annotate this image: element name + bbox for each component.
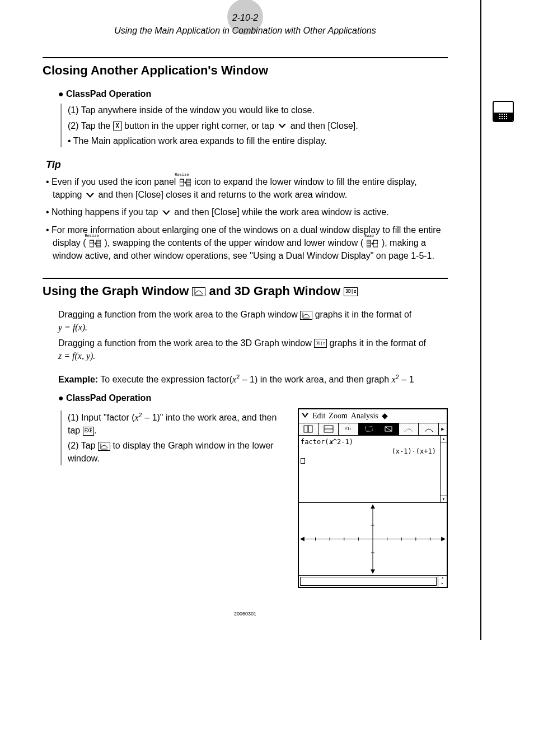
side-calculator-icon [493, 101, 514, 122]
svg-rect-29 [308, 426, 312, 432]
classpad-operation-heading: ClassPad Operation [58, 87, 448, 100]
operation-steps-2: (1) Input "factor (x2 – 1)" into the wor… [60, 410, 291, 465]
menu-more-arrow[interactable]: ◆ [382, 410, 388, 422]
graph-3d-window-icon: 3D|z [344, 287, 358, 296]
vee-menu-icon[interactable] [301, 410, 309, 422]
calculator-screenshot: Edit Zoom Analysis ◆ Y1: ▶ factor(x^2- [298, 408, 448, 588]
section-rule-thick [43, 278, 448, 279]
toolbar-button-5-selected[interactable] [379, 423, 399, 435]
close-x-icon: X [113, 122, 122, 130]
page-right-rule [480, 0, 481, 640]
section2-title: Using the Graph Window and 3D Graph Wind… [43, 282, 448, 300]
example-line: Example: To execute the expression facto… [58, 372, 448, 386]
work-result-line: (x-1)·(x+1) [301, 447, 445, 456]
svg-marker-8 [162, 211, 170, 215]
svg-rect-2 [180, 179, 184, 182]
svg-marker-38 [371, 504, 375, 508]
graph-window-icon [300, 311, 312, 320]
tip-3: For more information about enlarging one… [46, 223, 448, 263]
tip-list: Even if you used the icon panel Resize i… [43, 175, 448, 262]
screenshot-menubar: Edit Zoom Analysis ◆ [299, 409, 447, 423]
toolbar-button-4-selected[interactable] [359, 423, 379, 435]
graph-window-icon [98, 442, 110, 451]
screenshot-toolbar: Y1: ▶ [299, 423, 447, 436]
step2-1: (1) Input "factor (x2 – 1)" into the wor… [68, 410, 291, 437]
page-subtitle: Using the Main Application in Combinatio… [43, 24, 448, 37]
svg-text:Y1:: Y1: [345, 427, 352, 431]
step2-2: (2) Tap to display the Graph window in t… [68, 439, 291, 465]
scroll-up-icon[interactable]: ▴ [441, 436, 447, 442]
toolbar-button-3[interactable]: Y1: [339, 423, 359, 435]
resize-icon: Resize [88, 239, 102, 248]
screenshot-workarea[interactable]: factor(x^2-1) (x-1)·(x+1) ▴ ▾ [299, 436, 447, 503]
vee-menu-icon [277, 122, 288, 130]
section2-para2: Dragging a function from the work area t… [58, 337, 448, 362]
swap-icon: Swap [366, 239, 379, 248]
toolbar-button-6[interactable] [399, 423, 419, 435]
work-cursor-line [301, 457, 445, 466]
toolbar-button-1[interactable] [299, 423, 319, 435]
status-indicators: ◂▸ [438, 576, 447, 587]
svg-marker-40 [300, 536, 305, 541]
section-rule-thick [43, 57, 448, 58]
vee-menu-icon [161, 208, 172, 217]
vee-menu-icon [85, 191, 96, 200]
toolbar-button-2[interactable] [319, 423, 339, 435]
tip-heading: Tip [46, 157, 448, 172]
screenshot-statusbar: ◂▸ [299, 576, 447, 587]
svg-rect-33 [366, 427, 372, 431]
tip-2: Nothing happens if you tap and then [Clo… [46, 206, 448, 218]
toolbar-more-arrow[interactable]: ▶ [439, 423, 447, 435]
svg-marker-7 [86, 193, 94, 198]
menu-edit[interactable]: Edit [312, 410, 325, 422]
classpad-operation-heading-2: ClassPad Operation [58, 391, 448, 404]
resize-icon: Resize [179, 178, 192, 187]
screenshot-graph-area[interactable] [299, 503, 447, 576]
step-2-note: • The Main application work area expands… [68, 134, 448, 147]
svg-line-35 [385, 427, 392, 431]
toolbar-button-7[interactable] [419, 423, 439, 435]
svg-rect-28 [304, 426, 308, 432]
workarea-scrollbar[interactable]: ▴ ▾ [440, 436, 447, 502]
menu-zoom[interactable]: Zoom [329, 410, 347, 422]
svg-rect-9 [90, 240, 93, 247]
svg-marker-27 [302, 413, 308, 418]
svg-rect-20 [373, 240, 378, 244]
svg-rect-1 [180, 179, 184, 186]
menu-analysis[interactable]: Analysis [351, 410, 378, 422]
page-reference: 2-10-2 [43, 11, 448, 24]
graph-3d-window-icon: 3D|z [314, 339, 327, 348]
svg-marker-0 [278, 124, 286, 128]
tip-1: Even if you used the icon panel Resize i… [46, 175, 448, 201]
section2-para1: Dragging a function from the work area t… [58, 308, 448, 334]
svg-marker-41 [441, 536, 446, 541]
step-1: (1) Tap anywhere inside of the window yo… [68, 104, 448, 116]
svg-marker-39 [371, 570, 375, 574]
svg-rect-10 [90, 240, 93, 243]
step-2: (2) Tap the X button in the upper right … [68, 119, 448, 132]
graph-window-icon [192, 287, 205, 296]
status-blank [300, 577, 437, 586]
work-input-line: factor(x^2-1) [301, 437, 445, 447]
footer-number: 20060301 [43, 610, 448, 618]
exe-icon: EXE [83, 427, 94, 436]
section1-title: Closing Another Application's Window [43, 62, 448, 80]
scroll-down-icon[interactable]: ▾ [441, 496, 447, 502]
operation-steps: (1) Tap anywhere inside of the window yo… [60, 104, 448, 147]
